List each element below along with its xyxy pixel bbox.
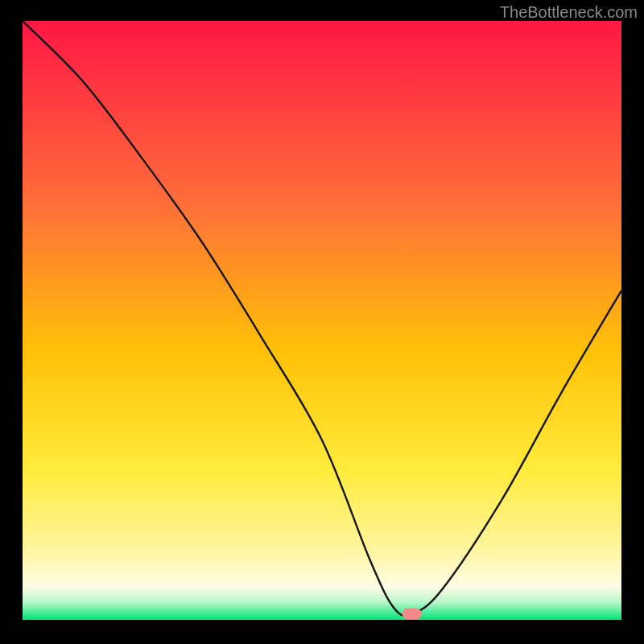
watermark-text: TheBottleneck.com xyxy=(500,3,638,22)
chart-container: TheBottleneck.com xyxy=(0,0,644,644)
svg-rect-0 xyxy=(402,609,422,620)
gradient-background xyxy=(23,21,621,620)
bottleneck-chart xyxy=(0,0,644,644)
optimal-point-marker xyxy=(402,609,422,620)
